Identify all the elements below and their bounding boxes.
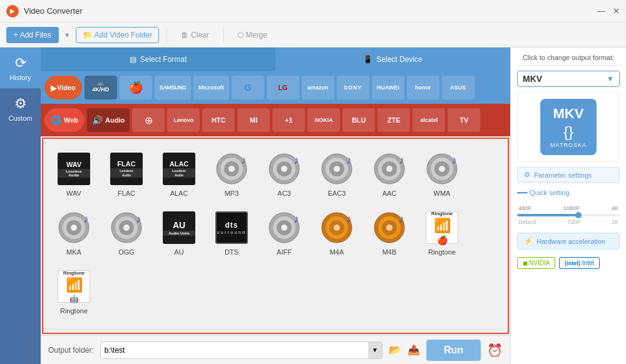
output-path-wrapper: ▼ xyxy=(100,341,382,359)
format-item-m4a[interactable]: ♪ M4A xyxy=(312,204,361,259)
format-item-ogg[interactable]: ♪ OGG xyxy=(102,204,151,259)
ringtone-android-icon: Ringtone 📶 🤖 xyxy=(56,268,92,305)
quality-thumb[interactable] xyxy=(575,212,582,218)
hardware-acceleration-button[interactable]: ⚡ Hardware acceleration xyxy=(517,233,620,250)
clear-button[interactable]: 🗑 Clear xyxy=(175,28,215,43)
quality-sublabels: Default 720P 2K xyxy=(517,219,620,225)
ogg-icon: ♪ xyxy=(108,210,145,246)
eac3-icon: ♪ xyxy=(319,151,355,187)
sidebar-item-history[interactable]: ⟳ History xyxy=(0,48,41,88)
format-item-wma[interactable]: ♪ WMA xyxy=(418,145,466,200)
svg-point-19 xyxy=(439,166,445,172)
blu-btn[interactable]: BLU xyxy=(342,108,375,132)
parameter-settings-button[interactable]: ⚙ Parameter settings xyxy=(517,167,620,183)
quality-track[interactable] xyxy=(517,214,620,216)
format-label: AC3 xyxy=(277,190,290,197)
ac3-icon: ♪ xyxy=(266,151,302,187)
format-label: FLAC xyxy=(118,190,135,197)
format-label: AU xyxy=(174,248,183,256)
mkv-icon: MKV {} MATROSKA xyxy=(540,99,597,155)
content-area: ▤ Select Format 📱 Select Device ▶ Video … xyxy=(41,48,510,364)
format-label: AIFF xyxy=(277,248,292,256)
aiff-icon: ♪ xyxy=(266,210,302,246)
format-item-aac[interactable]: ♪ AAC xyxy=(365,145,414,200)
lg-btn[interactable]: LG xyxy=(267,76,299,99)
quality-slider[interactable]: 480P 1080P 4K Default 720P 2K xyxy=(517,203,620,228)
alarm-button[interactable]: ⏰ xyxy=(487,343,503,358)
asus-btn[interactable]: ASUS xyxy=(442,76,475,99)
intel-badge[interactable]: (intel) Intel xyxy=(559,257,599,269)
history-icon: ⟳ xyxy=(15,55,26,71)
merge-button[interactable]: ⬡ Merge xyxy=(231,28,274,43)
audio-btn[interactable]: 🔊 Audio xyxy=(87,108,130,132)
run-button[interactable]: Run xyxy=(426,340,481,361)
tv-btn[interactable]: TV xyxy=(448,108,480,132)
samsung-btn[interactable]: SAMSUNG xyxy=(155,76,192,99)
path-dropdown-btn[interactable]: ▼ xyxy=(368,341,382,359)
htc-btn[interactable]: HTC xyxy=(202,108,235,132)
format-label: Ringtone xyxy=(60,307,88,315)
svg-point-27 xyxy=(123,225,130,231)
tab-select-format[interactable]: ▤ Select Format xyxy=(41,48,275,71)
mi-btn[interactable]: MI xyxy=(237,108,270,132)
format-item-mp3[interactable]: ♪ MP3 xyxy=(207,145,256,200)
format-item-alac[interactable]: ALAC LosslessAudio ALAC xyxy=(155,145,203,200)
format-item-wav[interactable]: WAV LosslessAudio WAV xyxy=(49,145,98,200)
oneplus-btn[interactable]: +1 xyxy=(272,108,305,132)
right-panel-title: Click to change output format: xyxy=(517,54,620,66)
audio-grid: WAV LosslessAudio WAV FLAC LosslessAudio xyxy=(49,145,501,318)
hw-accel-icon: ⚡ xyxy=(524,237,533,245)
lenovo-btn[interactable]: Lenovo xyxy=(167,108,200,132)
video-brand-row: ▶ Video 4K 4K/HD 🍎 SAMSUNG Microsoft G L… xyxy=(41,71,510,104)
svg-point-35 xyxy=(334,225,340,231)
left-sidebar: ⟳ History ⚙ Custom xyxy=(0,48,41,364)
minimize-btn[interactable]: — xyxy=(597,6,605,16)
format-preview: MKV {} MATROSKA xyxy=(517,92,620,162)
format-item-flac[interactable]: FLAC LosslessAudio FLAC xyxy=(102,145,151,200)
right-panel: Click to change output format: MKV ▼ MKV… xyxy=(510,48,626,364)
google-btn[interactable]: G xyxy=(232,76,264,99)
format-selector[interactable]: MKV ▼ xyxy=(517,71,620,87)
zte-btn[interactable]: ZTE xyxy=(377,108,410,132)
close-btn[interactable]: ✕ xyxy=(613,6,620,16)
format-item-mka[interactable]: ♪ MKA xyxy=(49,204,98,259)
format-label: AAC xyxy=(382,190,397,197)
honor-btn[interactable]: honor xyxy=(407,76,439,99)
web-btn[interactable]: 🌐 Web xyxy=(44,108,85,132)
format-item-ringtone-apple[interactable]: Ringtone 📶 🍎 Ringtone xyxy=(418,204,466,259)
format-item-ac3[interactable]: ♪ AC3 xyxy=(260,145,309,200)
format-label: M4B xyxy=(382,248,397,256)
tab-select-device[interactable]: 📱 Select Device xyxy=(275,48,510,71)
folder-browse-icon: 📂 xyxy=(389,345,401,355)
aac-icon: ♪ xyxy=(371,151,408,187)
sony-btn[interactable]: SONY xyxy=(337,76,369,99)
alarm-icon: ⏰ xyxy=(487,343,503,357)
apple-btn[interactable]: 🍎 xyxy=(120,76,152,99)
format-item-dts[interactable]: dts surround DTS xyxy=(207,204,256,259)
add-folder-button[interactable]: 📁 Add Video Folder xyxy=(76,27,160,43)
add-files-button[interactable]: + Add Files xyxy=(6,27,59,43)
svg-point-31 xyxy=(281,225,287,231)
nvidia-badge[interactable]: ◼ NVIDIA xyxy=(517,257,555,269)
nokia-btn[interactable]: NOKIA xyxy=(307,108,340,132)
alcatel-btn[interactable]: alcatel xyxy=(413,108,445,132)
format-label: DTS xyxy=(225,248,239,256)
4k-btn[interactable]: 4K 4K/HD xyxy=(85,76,117,99)
format-item-aiff[interactable]: ♪ AIFF xyxy=(260,204,309,259)
format-item-eac3[interactable]: ♪ EAC3 xyxy=(312,145,361,200)
m4b-icon: ♪ xyxy=(371,210,408,246)
format-item-au[interactable]: AU Audio Units AU xyxy=(155,204,203,259)
amazon-btn[interactable]: amazon xyxy=(302,76,334,99)
motorola-btn[interactable]: ⊕ xyxy=(132,108,165,132)
format-item-ringtone-android[interactable]: Ringtone 📶 🤖 Ringtone xyxy=(49,263,98,318)
browse-button[interactable]: 📂 xyxy=(389,344,401,356)
video-format-btn[interactable]: ▶ Video xyxy=(44,76,82,99)
export-button[interactable]: 📤 xyxy=(408,344,420,356)
huawei-btn[interactable]: HUAWEI xyxy=(372,76,404,99)
output-path-input[interactable] xyxy=(101,346,368,355)
format-item-m4b[interactable]: ♪ M4B xyxy=(365,204,414,259)
microsoft-btn[interactable]: Microsoft xyxy=(193,76,229,99)
svg-point-11 xyxy=(334,166,340,172)
sidebar-item-custom[interactable]: ⚙ Custom xyxy=(0,88,41,129)
quick-setting-icon: ━━ xyxy=(517,188,527,198)
